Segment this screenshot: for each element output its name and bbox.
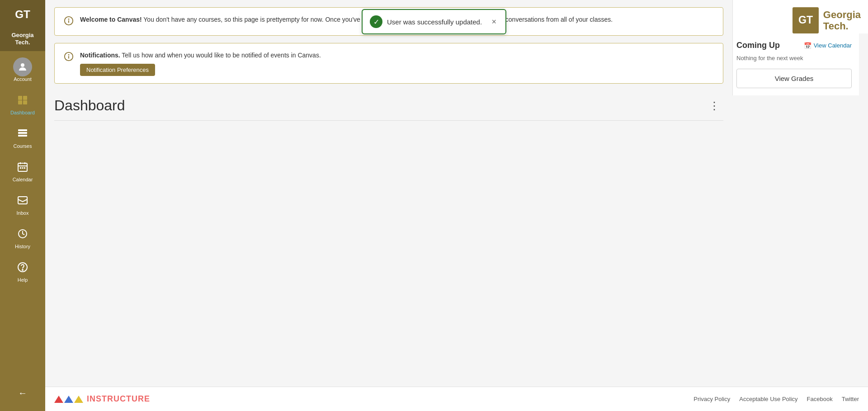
sidebar-nav: Account Dashboard Courses Calendar Inbox [0,51,45,383]
coming-up-title: Coming Up [736,41,780,50]
sidebar-item-help[interactable]: Help [0,255,45,289]
sidebar-logo-text: Georgia Tech. [4,32,42,46]
svg-rect-9 [18,135,27,137]
notif-text: Notifications. Tell us how and when you … [80,51,321,76]
calendar-small-icon: 📅 [804,42,811,49]
gt-logo-icon: GT [10,5,35,31]
view-grades-button[interactable]: View Grades [736,69,852,88]
instructure-logo-icon [54,396,83,403]
privacy-policy-link[interactable]: Privacy Policy [693,396,730,402]
instructure-logo: INSTRUCTURE [54,394,150,404]
sidebar-item-inbox[interactable]: Inbox [0,189,45,222]
dashboard-icon [17,94,28,108]
twitter-link[interactable]: Twitter [842,396,859,402]
svg-point-20 [22,269,23,270]
view-calendar-link[interactable]: 📅 View Calendar [804,42,852,49]
welcome-text: Welcome to Canvas! You don't have any co… [80,15,613,24]
instructure-text: INSTRUCTURE [87,394,150,404]
account-avatar-icon [13,57,32,76]
svg-rect-16 [24,167,25,169]
inbox-label: Inbox [17,210,29,216]
svg-rect-15 [22,167,24,169]
right-panel: GT GeorgiaTech. Coming Up 📅 View Calenda… [732,0,868,387]
dashboard-label: Dashboard [10,110,35,115]
coming-up-header: Coming Up 📅 View Calendar [736,41,852,50]
right-header: GT GeorgiaTech. [732,0,868,33]
page-layout: Welcome to Canvas! You don't have any co… [45,0,868,387]
sidebar-item-calendar[interactable]: Calendar [0,155,45,189]
acceptable-use-policy-link[interactable]: Acceptable Use Policy [739,396,797,402]
sidebar-logo[interactable]: GT Georgia Tech. [0,0,45,51]
notifications-banner: Notifications. Tell us how and when you … [54,43,723,84]
center-content: Welcome to Canvas! You don't have any co… [45,0,732,387]
welcome-bold: Welcome to Canvas! [80,16,142,23]
gt-right-logo-icon: GT [793,7,819,33]
svg-rect-14 [20,167,21,169]
gt-right-text: GeorgiaTech. [823,9,861,32]
svg-rect-3 [18,96,22,100]
toast-container: ✓ User was successfully updated. × [362,9,506,34]
svg-text:GT: GT [798,14,813,26]
help-label: Help [18,277,28,283]
calendar-icon [17,161,28,175]
svg-rect-7 [18,129,27,131]
history-icon [17,228,28,242]
back-button[interactable]: ← [13,383,33,404]
sidebar-item-dashboard[interactable]: Dashboard [0,88,45,122]
dashboard-divider [54,120,723,121]
inbox-icon [17,195,28,208]
courses-icon [17,128,28,142]
svg-rect-4 [23,96,27,100]
notification-preferences-button[interactable]: Notification Preferences [80,64,155,76]
notif-bold: Notifications. [80,52,120,59]
footer: INSTRUCTURE Privacy Policy Acceptable Us… [45,387,868,411]
calendar-label: Calendar [13,177,33,182]
main-wrapper: Welcome to Canvas! You don't have any co… [45,0,868,411]
svg-rect-6 [23,100,27,104]
sidebar: GT Georgia Tech. Account Dashboard Cours… [0,0,45,411]
sidebar-item-history[interactable]: History [0,222,45,255]
notif-body: Tell us how and when you would like to b… [122,52,321,59]
svg-rect-5 [18,100,22,104]
page-title: Dashboard [54,97,125,114]
toast-check-icon: ✓ [370,15,382,28]
help-icon [17,262,28,275]
account-label: Account [14,76,32,82]
notif-info-icon [64,52,74,64]
sidebar-bottom: ← [13,383,33,411]
dashboard-menu-button[interactable]: ⋮ [705,98,723,114]
courses-label: Courses [14,143,32,149]
sidebar-item-account[interactable]: Account [0,51,45,88]
svg-rect-8 [18,132,27,134]
svg-point-2 [21,63,24,67]
gt-right-logo: GT GeorgiaTech. [793,7,861,33]
facebook-link[interactable]: Facebook [807,396,833,402]
sidebar-item-courses[interactable]: Courses [0,122,45,155]
view-calendar-label: View Calendar [814,42,852,49]
toast-message: User was successfully updated. [387,18,485,26]
dashboard-header: Dashboard ⋮ [54,88,723,118]
history-label: History [15,244,30,249]
welcome-info-icon [64,16,74,28]
toast-close-button[interactable]: × [490,17,498,27]
success-toast: ✓ User was successfully updated. × [362,9,506,34]
svg-text:GT: GT [15,8,30,20]
nothing-text: Nothing for the next week [736,55,852,61]
footer-links: Privacy Policy Acceptable Use Policy Fac… [693,396,859,402]
right-sidebar: Coming Up 📅 View Calendar Nothing for th… [732,33,859,95]
